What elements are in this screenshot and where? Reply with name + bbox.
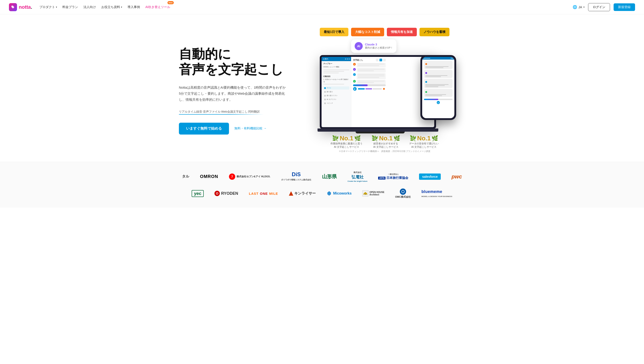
start-free-button[interactable]: いますぐ無料で始める [179,123,229,134]
dis-label: DiS [292,172,301,177]
menu-item-4[interactable]: AI タグリスト [323,98,349,101]
phone-msg-3 [424,79,452,88]
pm-line-2 [425,67,444,68]
laptop-foot [356,132,405,133]
kodensya-name: 弘電社 [352,174,364,180]
company-lastonemile: LASTONEMILE [249,192,278,196]
jata-label: 一般社団法人 [388,173,399,175]
chapter-label: チャプター [323,62,349,65]
pm-line-5 [425,84,448,85]
company-seven: 7 株式会社セブン&アイ HLDGS. [229,173,270,180]
company-omron: OMRON [200,174,218,179]
company-pwc: pwc [452,173,462,180]
nav-product[interactable]: プロダクト ▾ [39,5,57,9]
phone-msg-2 [424,70,452,78]
nav-pricing[interactable]: 料金プラン [62,5,78,9]
kodensya-kabu: 株式会社 [354,171,362,174]
company-jata: 一般社団法人 JATA 日本旅行業協会 [378,173,408,180]
pm-avatar-4 [425,91,427,93]
chat-msg-3: C [353,73,386,79]
nav-resources[interactable]: お役立ち資料 ▾ [101,5,122,9]
laurel-right-2: 🌿 [394,135,400,141]
msg-line-3 [358,69,384,70]
msg-line-5 [358,74,384,75]
award-1: 🌿 No.1 🌿 作業効率改善に最適だと思う AI 文字起こしサービス [330,135,362,149]
avatar-2: B [353,68,356,71]
hero-sub-features: リアルタイム録音·音声ファイル·Web会議文字起こし·同時翻訳 [179,110,295,115]
award-2-text: 経営者がおすすめする AI 文字起こしサービス [373,142,398,149]
menu-icon-3 [324,95,326,96]
text-line-4 [323,84,344,85]
badge-fast-deploy: 最短1日で導入 [320,28,348,36]
company-kinraiser: キンライサー [289,191,316,196]
header: notta. プロダクト ▾ 料金プラン 法人向け お役立ち資料 ▾ 導入事例 … [0,0,644,14]
toolbar-icon-3 [383,59,386,61]
companies-row-1: タル OMRON 7 株式会社セブン&アイ HLDGS. DiS ダイワボウ情報… [18,171,626,182]
award-2: 🌿 No.1 🌿 経営者がおすすめする AI 文字起こしサービス [372,135,400,149]
logo[interactable]: notta. [9,3,32,11]
menu-item-3[interactable]: 振り返りリスト [323,94,349,97]
phone-msg-4 [424,89,452,97]
company-yec: yec [192,190,204,197]
laurel-left-3: 🌿 [410,135,416,141]
toolbar-icon-2 [380,59,382,61]
jata-icon: JATA [378,177,386,179]
menu-item-1[interactable]: テスト [323,86,349,90]
logo-icon [9,3,17,11]
omc-label: OMC株式会社 [395,195,411,199]
awards-note: ※日本マーケティングリサーチ機構調べ 調査概要：2023年6月期 ブランドのイメ… [339,150,431,153]
msg-line-8 [358,81,384,81]
nav-enterprise[interactable]: 法人向け [84,5,96,9]
company-yamagata: 山形県 [322,173,337,180]
msg-bubble-3 [357,73,386,79]
jata-name: 日本旅行業協会 [386,176,408,180]
company-kodensya: 株式会社 弘電社 Create the bright future [348,171,368,182]
msg-bubble-2 [357,68,386,73]
sub-features-text: リアルタイム録音·音声ファイル·Web会議文字起こし·同時翻訳 [179,110,295,114]
phone-audio-bar [424,99,452,100]
laptop-bottom [318,128,438,132]
ryoden-label: RYODEN [221,191,238,196]
laurel-left-2: 🌿 [372,135,378,141]
menu-item-5[interactable]: トピック [323,102,349,105]
laurel-left-1: 🌿 [332,135,339,141]
menu-item-2[interactable]: 振り返り [323,90,349,93]
company-taru: タル [182,174,189,179]
chat-msg-2: B [353,68,386,73]
nav-ai-tool[interactable]: AI吹き替えツール New [145,5,170,9]
msg-line-1 [358,64,384,65]
register-button[interactable]: 新規登録 [614,3,635,11]
pm-avatar-2 [425,72,427,74]
phone-play-btn[interactable]: ▶ [437,101,440,104]
phone-dot-2 [452,58,453,59]
dis-sub: ダイワボウ情報システム株式会社 [281,178,311,181]
audio-progress-fill [353,84,368,86]
award-3: 🌿 No.1 🌿 データの安全性で選びたい AI 文字起こしサービス [409,135,439,149]
phone-audio-fill [424,99,438,100]
laurel-right-1: 🌿 [354,135,361,141]
language-selector[interactable]: 🌐 JA ▾ [573,5,584,9]
login-button[interactable]: ログイン [588,3,610,11]
nav-cases[interactable]: 導入事例 [128,5,140,9]
pm-avatar-1 [425,63,427,65]
play-button[interactable]: ▶ [353,87,357,91]
company-bluememe: bluememe MODEL & DESIGN YOUR BUSINESS [422,190,452,198]
compare-features-link[interactable]: 無料・有料機能比較 → [234,126,266,130]
phone-mockup: ▶ [420,55,456,120]
pm-avatar-3 [425,81,427,83]
laptop-mockup: AI要約 チャプター OOOOショッパー機能 [320,55,436,129]
chat-msg-1: A [353,63,386,67]
actions-label: 行動項目 [323,75,349,78]
award-1-no1: No.1 [340,135,353,142]
award-3-laurel: 🌿 No.1 🌿 [410,135,438,142]
header-left: notta. プロダクト ▾ 料金プラン 法人向け お役立ち資料 ▾ 導入事例 … [9,3,170,11]
company-ryoden: RYODEN [214,191,238,196]
logo-text: notta. [19,4,32,10]
kinraiser-icon [289,191,294,196]
pm-line-1 [425,66,448,67]
menu-icon-1 [324,87,326,89]
text-line-3 [323,73,339,73]
hero-title: 自動的に 音声を文字起こし [179,46,295,77]
text-line-2 [323,71,344,72]
company-micoworks: Micoworks [326,191,352,196]
